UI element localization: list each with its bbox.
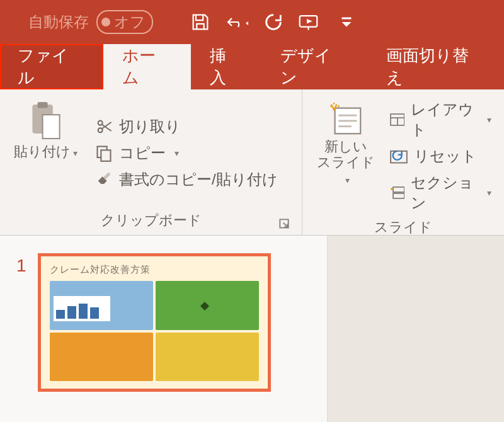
tab-home[interactable]: ホーム [103, 44, 192, 89]
slide-preview[interactable]: クレーム対応改善方策 [38, 253, 271, 392]
section-button[interactable]: セクション▾ [386, 171, 495, 214]
cell-blue [50, 281, 153, 330]
cell-orange [50, 333, 153, 382]
cell-green [156, 281, 259, 330]
paste-button[interactable]: 貼り付け▾ [9, 98, 83, 207]
chevron-down-icon: ▾ [487, 115, 491, 125]
svg-rect-3 [37, 102, 47, 108]
slide-thumbnail[interactable]: 1 クレーム対応改善方策 [16, 253, 311, 392]
layout-button[interactable]: レイアウト▾ [386, 98, 495, 141]
chevron-down-icon: ▾ [345, 175, 350, 185]
svg-rect-8 [101, 150, 110, 161]
reset-icon [390, 149, 408, 164]
slide-number: 1 [16, 256, 26, 276]
section-icon [390, 185, 405, 200]
tab-file[interactable]: ファイル [0, 44, 103, 89]
group-clipboard: 貼り付け▾ 切り取り コピー▾ 書式のコピー/貼り付け クリップボード [0, 89, 302, 235]
scissors-icon [95, 118, 113, 135]
svg-rect-19 [393, 193, 404, 198]
undo-button[interactable] [220, 5, 254, 39]
svg-rect-18 [393, 187, 404, 192]
redo-button[interactable] [256, 5, 290, 39]
cut-button[interactable]: 切り取り [91, 115, 282, 138]
reset-button[interactable]: リセット [386, 145, 495, 168]
chevron-down-icon: ▾ [175, 148, 179, 158]
copy-icon [95, 144, 113, 162]
new-slide-button[interactable]: 新しい スライド ▾ [311, 98, 381, 214]
toggle-dot-icon [101, 18, 110, 26]
title-bar: 自動保存 オフ [0, 0, 504, 44]
tab-design[interactable]: デザイン [261, 44, 367, 89]
copy-button[interactable]: コピー▾ [91, 142, 282, 164]
layout-icon [390, 112, 405, 127]
presentation-icon [297, 11, 323, 33]
save-icon [190, 11, 211, 33]
slide-title: クレーム対応改善方策 [50, 264, 259, 276]
tab-transitions[interactable]: 画面切り替え [367, 44, 504, 89]
paintbrush-icon [95, 171, 113, 188]
thumbnail-pane[interactable]: 1 クレーム対応改善方策 [0, 236, 328, 422]
autosave-state: オフ [114, 12, 146, 32]
group-label-slides: スライド [374, 219, 432, 235]
present-from-start-button[interactable] [293, 5, 327, 39]
svg-rect-9 [103, 172, 111, 180]
cell-yellow [156, 333, 259, 382]
chevron-down-icon: ▾ [73, 148, 77, 158]
svg-rect-4 [42, 115, 59, 139]
tab-insert[interactable]: 挿入 [191, 44, 261, 89]
group-slides: 新しい スライド ▾ レイアウト▾ リセット セクション▾ [302, 89, 504, 235]
autosave-label: 自動保存 [28, 12, 89, 32]
new-slide-icon [328, 101, 364, 137]
slide-content-grid [50, 281, 259, 381]
chevron-down-icon [341, 16, 352, 28]
format-painter-button[interactable]: 書式のコピー/貼り付け [91, 168, 282, 191]
mini-chart-icon [54, 296, 110, 321]
redo-icon [263, 11, 284, 33]
workspace: 1 クレーム対応改善方策 [0, 236, 504, 422]
ribbon-tabs: ファイル ホーム 挿入 デザイン 画面切り替え [0, 44, 504, 89]
chevron-down-icon: ▾ [487, 188, 491, 198]
customize-qat-button[interactable] [329, 5, 364, 39]
autosave-toggle[interactable]: 自動保存 オフ [28, 10, 153, 34]
undo-icon [224, 13, 249, 31]
ribbon: 貼り付け▾ 切り取り コピー▾ 書式のコピー/貼り付け クリップボード [0, 89, 504, 236]
slide-editor[interactable] [328, 236, 504, 422]
dialog-launcher-icon[interactable] [279, 219, 290, 230]
svg-rect-1 [342, 18, 352, 20]
group-label-clipboard: クリップボード [101, 212, 202, 228]
save-button[interactable] [183, 5, 217, 39]
paste-icon [29, 101, 63, 142]
